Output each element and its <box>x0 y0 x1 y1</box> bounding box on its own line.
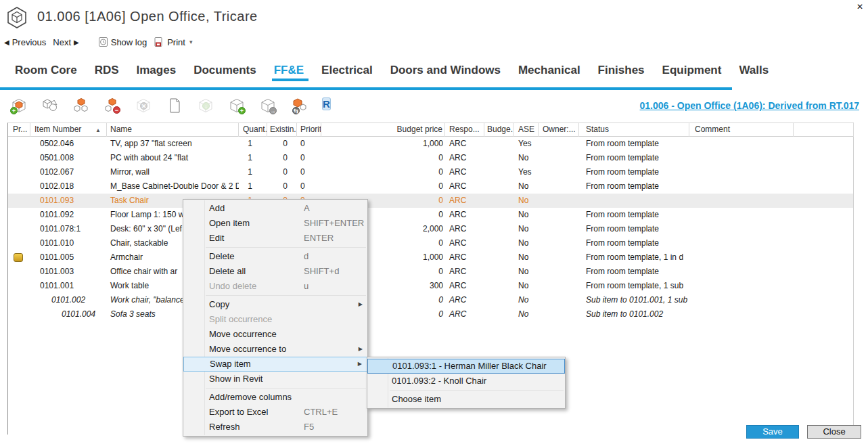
print-dropdown-icon[interactable]: ▾ <box>189 39 193 45</box>
menu-separator <box>206 388 366 388</box>
tab-underline-bar <box>0 87 732 90</box>
table-row-selected[interactable]: 0101.093 Task Chair 1 0 0 0 ARC No <box>8 194 853 208</box>
import-item-icon: ↓ <box>198 97 214 114</box>
table-row[interactable]: 0501.008 PC with about 24 "flat 1 0 0 0 … <box>8 151 853 165</box>
new-document-icon[interactable] <box>166 97 183 114</box>
print-label: Print <box>167 37 185 47</box>
tab-bar: Room Core RDS Images Documents FF&E Elec… <box>0 60 868 81</box>
add-occurrence-icon[interactable]: + <box>229 97 245 114</box>
menu-item-show-in-revit[interactable]: Show in Revit <box>183 372 367 386</box>
column-header-name[interactable]: Name <box>107 123 239 137</box>
table-row[interactable]: 0101.092 Floor Lamp 1: 150 w 0 ARC No Fr… <box>8 208 853 222</box>
next-button[interactable]: Next ▶ <box>53 37 78 47</box>
menu-item-edit[interactable]: EditENTER <box>183 231 367 246</box>
menu-item-open-item[interactable]: Open itemSHIFT+ENTER <box>183 216 367 231</box>
tab-documents[interactable]: Documents <box>193 64 256 77</box>
table-row[interactable]: 0101.010 Chair, stackable 0 ARC No From … <box>8 236 853 250</box>
column-header-owner[interactable]: Owner:... <box>539 123 579 137</box>
move-occurrence-icon[interactable]: → <box>260 97 276 114</box>
table-row[interactable]: 0101.005 Armchair 1,000 ARC No From room… <box>8 250 853 265</box>
revit-icon[interactable]: R <box>322 97 338 114</box>
menu-separator <box>206 247 366 248</box>
column-header-ase[interactable]: ASE <box>513 123 539 137</box>
menu-item-move-occurrence[interactable]: Move occurrence <box>183 327 367 342</box>
window-close-icon[interactable]: ✕ <box>854 1 865 12</box>
column-header-budget2[interactable]: Budge... <box>484 123 513 137</box>
tab-room-core[interactable]: Room Core <box>15 64 77 77</box>
table-row[interactable]: 0101.001 Work table 300 ARC No From room… <box>8 279 853 293</box>
submenu-arrow-icon: ▶ <box>359 297 363 312</box>
submenu-item-choose-item[interactable]: Choose item <box>367 392 565 407</box>
menu-item-swap-item[interactable]: Swap item▶ <box>183 357 367 372</box>
swap-item-icon[interactable]: ⇆ <box>291 97 307 114</box>
table-row-subitem[interactable]: 0101.002 Work chair, "balance" 0 ARC No … <box>8 293 853 307</box>
table-header-row: Pr... Item Number ▲ Name Quant... Existi… <box>8 123 853 137</box>
menu-item-add[interactable]: AddA <box>183 201 367 216</box>
tab-finishes[interactable]: Finishes <box>598 64 645 77</box>
column-header-pr[interactable]: Pr... <box>8 123 30 137</box>
sort-ascending-icon: ▲ <box>95 124 101 137</box>
menu-item-delete-all[interactable]: Delete allSHIFT+d <box>183 264 367 279</box>
tab-mechanical[interactable]: Mechanical <box>518 64 580 77</box>
delete-item-icon: ✕ <box>135 97 152 114</box>
tab-walls[interactable]: Walls <box>739 64 769 77</box>
previous-button[interactable]: ◀ Previous <box>4 37 46 47</box>
table-row[interactable]: 0502.046 TV, app 37 "flat screen 1 0 0 1… <box>8 137 853 151</box>
table-row[interactable]: 0102.018 M_Base Cabinet-Double Door & 2 … <box>8 179 853 194</box>
previous-label: Previous <box>12 37 47 47</box>
swap-item-submenu: 0101.093:1 - Herman Miller Black Chair 0… <box>367 357 566 409</box>
column-header-budget-price[interactable]: Budget price <box>321 123 445 137</box>
tab-electrical[interactable]: Electrical <box>321 64 373 77</box>
tab-rds[interactable]: RDS <box>95 64 119 77</box>
app-logo-icon <box>6 6 28 29</box>
item-shapes-icon[interactable] <box>42 97 58 114</box>
menu-item-add-remove-columns[interactable]: Add/remove columns <box>183 390 367 405</box>
submenu-arrow-icon: ▶ <box>358 357 362 371</box>
room-template-link[interactable]: 01.006 - Open Office (1A06): Derived fro… <box>640 100 859 111</box>
print-button[interactable]: Print ▾ <box>154 37 192 47</box>
submenu-item-herman-miller-chair[interactable]: 0101.093:1 - Herman Miller Black Chair <box>367 359 565 374</box>
next-arrow-icon: ▶ <box>74 39 79 46</box>
table-row[interactable]: 0101.003 Office chair with ar 0 ARC No F… <box>8 265 853 279</box>
add-item-icon[interactable]: + <box>11 97 27 114</box>
tab-images[interactable]: Images <box>137 64 177 77</box>
print-icon <box>154 37 164 47</box>
page-title: 01.006 [1A06] Open Office, Tricare <box>37 9 258 24</box>
column-header-status[interactable]: Status <box>579 123 689 137</box>
save-button[interactable]: Save <box>746 425 799 439</box>
menu-item-refresh[interactable]: RefreshF5 <box>183 420 367 435</box>
menu-item-undo-delete: Undo deleteu <box>183 279 367 294</box>
menu-separator <box>206 295 366 296</box>
priority-flag-icon <box>14 253 23 262</box>
menu-item-export-to-excel[interactable]: Export to ExcelCTRL+E <box>183 405 367 420</box>
next-label: Next <box>53 37 71 47</box>
tab-equipment[interactable]: Equipment <box>662 64 722 77</box>
submenu-arrow-icon: ▶ <box>359 342 363 357</box>
menu-item-move-occurrence-to[interactable]: Move occurrence to▶ <box>183 342 367 357</box>
ffe-toolbar: + − ✕ ↓ + → <box>11 96 338 115</box>
table-row[interactable]: 0101.078:1 Desk: 60" x 30" (Lef 2,000 AR… <box>8 222 853 236</box>
show-log-label: Show log <box>111 37 147 47</box>
column-header-responsible[interactable]: Respo... <box>445 123 484 137</box>
submenu-item-knoll-chair[interactable]: 0101.093:2 - Knoll Chair <box>367 374 565 388</box>
context-menu: AddA Open itemSHIFT+ENTER EditENTER Dele… <box>183 199 368 437</box>
previous-arrow-icon: ◀ <box>4 39 9 46</box>
menu-item-copy[interactable]: Copy▶ <box>183 297 367 312</box>
tab-doors-and-windows[interactable]: Doors and Windows <box>390 64 501 77</box>
tab-ffe[interactable]: FF&E <box>274 64 304 77</box>
menu-item-delete[interactable]: Deleted <box>183 249 367 264</box>
column-header-comment[interactable]: Comment <box>689 123 794 137</box>
column-header-priority[interactable]: Priority <box>297 123 321 137</box>
column-header-quantity[interactable]: Quant... <box>239 123 267 137</box>
show-log-button[interactable]: Show log <box>98 37 147 47</box>
table-row-subitem[interactable]: 0101.004 Sofa 3 seats 0 ARC No Sub item … <box>8 307 853 321</box>
table-row[interactable]: 0102.067 Mirror, wall 1 0 0 0 ARC Yes Fr… <box>8 165 853 179</box>
menu-separator <box>390 390 564 391</box>
close-button[interactable]: Close <box>807 425 861 439</box>
menu-item-split-occurrence: Split occurrence <box>183 312 367 327</box>
column-header-item-number[interactable]: Item Number ▲ <box>30 123 107 137</box>
add-sub-item-icon[interactable] <box>73 97 89 114</box>
remove-sub-item-icon[interactable]: − <box>104 97 120 114</box>
column-header-existing[interactable]: Existin... <box>267 123 297 137</box>
show-log-icon <box>98 37 108 47</box>
